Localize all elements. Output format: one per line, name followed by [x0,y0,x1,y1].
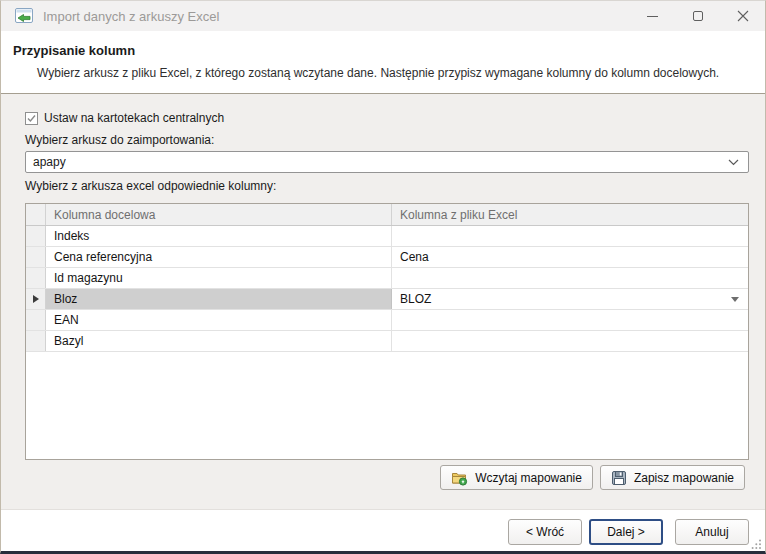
table-row-selected[interactable]: Bloz BLOZ [26,289,748,310]
row-indicator-cell [26,310,46,330]
target-column-cell[interactable]: EAN [46,310,392,330]
excel-column-cell[interactable]: Cena [392,247,748,267]
row-indicator-cell [26,289,46,309]
wizard-header: Przypisanie kolumn Wybierz arkusz z plik… [1,31,765,94]
resize-grip[interactable] [750,538,762,550]
column-mapping-grid: Kolumna docelowa Kolumna z pliku Excel I… [25,203,749,460]
excel-column-cell-value: BLOZ [400,292,431,306]
table-row[interactable]: Bazyl [26,331,748,352]
minimize-button[interactable] [630,1,675,31]
next-button[interactable]: Dalej > [589,519,663,545]
next-button-label: Dalej > [607,525,645,539]
sheet-select-label: Wybierz arkusz do zaimportowania: [25,133,214,147]
row-indicator-cell [26,226,46,246]
row-indicator-cell [26,331,46,351]
table-row[interactable]: Cena referencyjna Cena [26,247,748,268]
table-row[interactable]: Id magazynu [26,268,748,289]
excel-column-cell[interactable] [392,268,748,288]
target-column-cell[interactable]: Indeks [46,226,392,246]
target-column-cell[interactable]: Cena referencyjna [46,247,392,267]
load-mapping-label: Wczytaj mapowanie [475,471,582,485]
excel-import-icon [14,7,34,25]
table-row[interactable]: Indeks [26,226,748,247]
target-column-cell[interactable]: Bazyl [46,331,392,351]
central-cards-checkbox-label: Ustaw na kartotekach centralnych [44,111,224,125]
save-mapping-label: Zapisz mapowanie [634,471,734,485]
grid-indicator-header [26,204,46,225]
excel-column-cell-editing[interactable]: BLOZ [392,289,748,309]
maximize-button[interactable] [675,1,720,31]
excel-column-cell[interactable] [392,310,748,330]
close-icon [737,10,749,22]
grid-header-row: Kolumna docelowa Kolumna z pliku Excel [26,204,748,226]
chevron-down-icon [728,159,739,166]
maximize-icon [693,11,703,21]
excel-column-cell[interactable] [392,331,748,351]
target-column-cell[interactable]: Bloz [46,289,392,309]
central-cards-checkbox[interactable] [25,112,38,125]
page-description: Wybierz arkusz z pliku Excel, z którego … [37,66,719,80]
load-mapping-button[interactable]: Wczytaj mapowanie [440,465,593,490]
open-folder-icon [451,470,468,486]
excel-column-cell[interactable] [392,226,748,246]
columns-mapping-label: Wybierz z arkusza excel odpowiednie kolu… [25,179,276,193]
grid-header-excel-column[interactable]: Kolumna z pliku Excel [392,204,748,225]
wizard-footer: < Wróć Dalej > Anuluj [1,509,765,551]
window-title: Import danych z arkuszy Excel [43,9,219,24]
row-indicator-cell [26,268,46,288]
target-column-cell[interactable]: Id magazynu [46,268,392,288]
cancel-button[interactable]: Anuluj [675,519,749,545]
back-button[interactable]: < Wróć [508,519,582,545]
table-row[interactable]: EAN [26,310,748,331]
row-indicator-cell [26,247,46,267]
sheet-combobox[interactable]: apapy [25,151,749,173]
check-icon [26,113,37,124]
sheet-combobox-value: apapy [33,155,728,169]
current-row-marker-icon [33,295,39,303]
import-excel-dialog: Import danych z arkuszy Excel Przypisani… [0,0,766,554]
grid-header-target-column[interactable]: Kolumna docelowa [46,204,392,225]
cell-dropdown-arrow-icon[interactable] [731,297,739,302]
page-title: Przypisanie kolumn [13,43,135,58]
cancel-button-label: Anuluj [695,525,728,539]
close-button[interactable] [720,1,765,31]
back-button-label: < Wróć [526,525,564,539]
save-floppy-icon [611,470,627,486]
titlebar: Import danych z arkuszy Excel [1,1,765,31]
save-mapping-button[interactable]: Zapisz mapowanie [600,465,745,490]
minimize-icon [647,16,658,17]
